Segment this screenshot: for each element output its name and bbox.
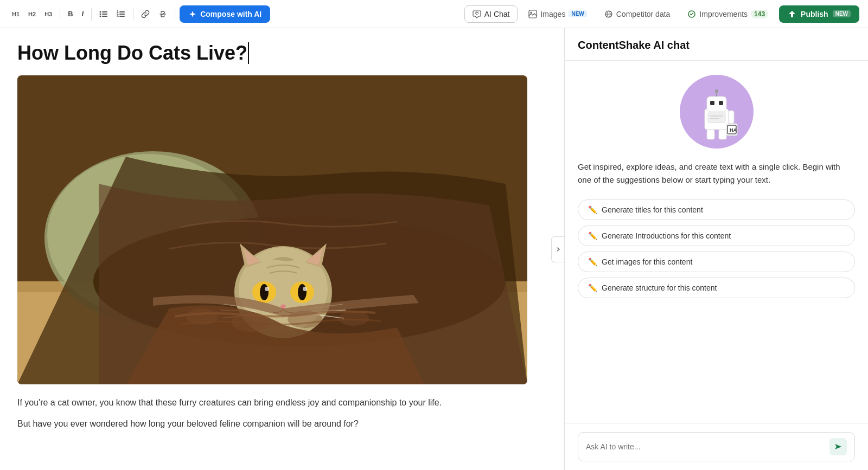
editor-title[interactable]: How Long Do Cats Live? xyxy=(17,41,547,65)
svg-point-47 xyxy=(715,89,718,93)
ai-robot-illustration: HA xyxy=(679,74,755,150)
svg-point-12 xyxy=(476,14,477,15)
suggestion-pencil-icon-4: ✏️ xyxy=(588,284,597,292)
improvements-button[interactable]: Improvements 143 xyxy=(681,6,775,22)
svg-point-2 xyxy=(100,13,101,15)
svg-rect-54 xyxy=(708,113,725,123)
images-icon xyxy=(528,10,537,18)
svg-rect-5 xyxy=(102,16,107,17)
ordered-list-button[interactable]: 1. 2. 3. xyxy=(113,8,129,21)
toolbar-divider-1 xyxy=(60,8,60,21)
svg-rect-13 xyxy=(529,10,537,18)
suggestion-pencil-icon-2: ✏️ xyxy=(588,231,597,240)
unordered-list-button[interactable] xyxy=(96,8,111,21)
compose-ai-icon xyxy=(188,10,197,18)
toolbar-divider-3 xyxy=(133,8,133,21)
suggestion-pencil-icon-3: ✏️ xyxy=(588,257,597,266)
svg-rect-1 xyxy=(102,11,107,12)
improvements-count-badge: 143 xyxy=(751,10,768,18)
sidebar-header: ContentShake AI chat xyxy=(565,28,868,61)
svg-rect-45 xyxy=(719,101,723,105)
toolbar-divider-2 xyxy=(91,8,92,21)
svg-point-40 xyxy=(339,311,369,326)
svg-point-37 xyxy=(186,308,218,325)
svg-point-4 xyxy=(100,15,101,17)
publish-button[interactable]: Publish new xyxy=(779,5,859,23)
suggestion-generate-titles-button[interactable]: ✏️ Generate titles for this content xyxy=(578,199,855,220)
svg-point-14 xyxy=(531,11,532,13)
publish-new-badge: new xyxy=(833,10,851,17)
svg-text:HA: HA xyxy=(730,127,737,133)
svg-point-27 xyxy=(260,284,269,300)
svg-rect-11 xyxy=(119,16,125,17)
suggestion-pencil-icon-1: ✏️ xyxy=(588,205,597,214)
ai-send-button[interactable] xyxy=(829,438,847,455)
sidebar-title: ContentShake AI chat xyxy=(578,39,855,51)
improvements-icon xyxy=(687,10,696,18)
svg-rect-9 xyxy=(119,14,125,15)
svg-rect-43 xyxy=(707,96,726,112)
strikethrough-button[interactable] xyxy=(155,8,170,21)
editor-paragraph-2: But have you ever wondered how long your… xyxy=(17,416,547,431)
ai-write-input[interactable] xyxy=(586,442,825,451)
svg-rect-48 xyxy=(729,111,734,124)
toolbar-divider-4 xyxy=(175,8,175,21)
suggestion-generate-structure-button[interactable]: ✏️ Generate structure for this content xyxy=(578,278,855,298)
ai-chat-button[interactable]: AI Chat xyxy=(464,5,518,23)
main-layout: How Long Do Cats Live? xyxy=(0,28,868,470)
svg-rect-3 xyxy=(102,14,107,15)
svg-rect-44 xyxy=(710,101,714,105)
list-unordered-icon xyxy=(99,10,108,18)
toolbar: H1 H2 H3 B I 1. 2. 3. xyxy=(0,0,868,28)
svg-point-0 xyxy=(100,11,101,12)
bold-button[interactable]: B xyxy=(65,8,76,20)
suggestion-generate-introductions-button[interactable]: ✏️ Generate Introductions for this conte… xyxy=(578,226,855,246)
h1-button[interactable]: H1 xyxy=(9,9,23,20)
competitor-icon xyxy=(604,10,613,18)
compose-with-ai-button[interactable]: Compose with AI xyxy=(180,5,270,23)
text-cursor xyxy=(248,42,249,64)
svg-rect-52 xyxy=(707,130,714,139)
ai-input-area xyxy=(565,423,868,470)
sidebar-description: Get inspired, explore ideas, and create … xyxy=(578,160,855,186)
images-button[interactable]: Images new xyxy=(522,6,593,22)
italic-button[interactable]: I xyxy=(79,8,87,20)
cat-image xyxy=(17,75,527,384)
editor-body[interactable]: If you're a cat owner, you know that the… xyxy=(17,395,547,431)
right-sidebar: ContentShake AI chat xyxy=(564,28,868,470)
svg-point-29 xyxy=(265,287,269,291)
ai-chat-icon xyxy=(473,10,481,18)
publish-icon xyxy=(788,10,796,18)
send-icon xyxy=(834,442,843,451)
suggestion-get-images-button[interactable]: ✏️ Get images for this content xyxy=(578,252,855,272)
link-button[interactable] xyxy=(138,8,153,21)
ai-robot-container: HA xyxy=(578,74,855,150)
toolbar-right: Publish new xyxy=(779,5,859,23)
h3-button[interactable]: H3 xyxy=(41,9,55,20)
sidebar-content: HA Get inspired, explore ideas, and crea… xyxy=(565,61,868,423)
competitor-data-button[interactable]: Competitor data xyxy=(598,6,677,22)
strikethrough-icon xyxy=(158,10,167,18)
cat-image-svg xyxy=(17,75,527,384)
h2-button[interactable]: H2 xyxy=(25,9,39,20)
editor-paragraph-1: If you're a cat owner, you know that the… xyxy=(17,395,547,410)
svg-point-28 xyxy=(298,284,307,300)
chevron-right-icon xyxy=(556,247,561,252)
svg-rect-53 xyxy=(719,130,726,139)
images-new-badge: new xyxy=(569,10,586,17)
toolbar-left: H1 H2 H3 B I 1. 2. 3. xyxy=(9,5,460,23)
svg-point-30 xyxy=(303,287,307,291)
ai-input-wrapper xyxy=(578,432,855,461)
svg-rect-7 xyxy=(119,11,125,12)
svg-text:3.: 3. xyxy=(117,14,119,17)
link-icon xyxy=(141,10,150,18)
editor-area[interactable]: How Long Do Cats Live? xyxy=(0,28,564,470)
list-ordered-icon: 1. 2. 3. xyxy=(117,10,125,18)
collapse-sidebar-button[interactable] xyxy=(551,236,564,262)
toolbar-center: AI Chat Images new Competitor data xyxy=(464,5,775,23)
svg-point-38 xyxy=(232,312,270,332)
